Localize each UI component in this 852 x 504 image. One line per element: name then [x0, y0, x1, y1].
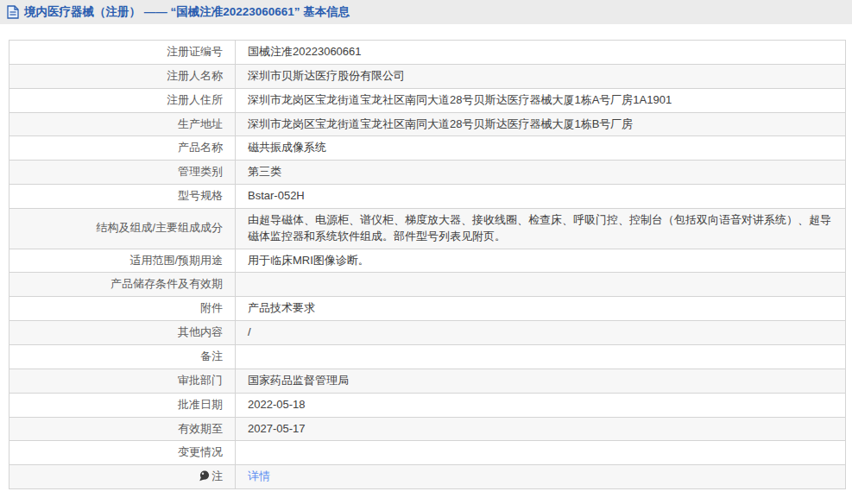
table-row-approval-date: 批准日期2022-05-18 — [9, 393, 846, 417]
table-row-attachment: 附件产品技术要求 — [9, 297, 846, 321]
row-label: 其他内容 — [9, 321, 236, 345]
row-label: 注册证编号 — [9, 41, 236, 65]
row-value: 2022-05-18 — [236, 393, 846, 417]
row-value — [236, 273, 846, 297]
table-row-registrant-name: 注册人名称深圳市贝斯达医疗股份有限公司 — [9, 64, 846, 88]
row-value — [236, 344, 846, 369]
note-balloon-icon — [199, 470, 210, 482]
table-row-management-class: 管理类别第三类 — [9, 161, 846, 185]
row-label: 适用范围/预期用途 — [9, 249, 236, 273]
details-link[interactable]: 详情 — [248, 469, 270, 482]
table-row-storage-conditions: 产品储存条件及有效期 — [9, 273, 846, 297]
row-label: 注册人名称 — [9, 64, 236, 88]
row-value: 2027-05-17 — [236, 417, 846, 441]
row-label: 结构及组成/主要组成成分 — [9, 208, 236, 249]
row-label: 备注 — [9, 344, 236, 369]
row-value: 深圳市龙岗区宝龙街道宝龙社区南同大道28号贝斯达医疗器械大厦1栋A号厂房1A19… — [236, 88, 846, 112]
page-title: 境内医疗器械（注册） —— “国械注准20223060661” 基本信息 — [24, 4, 350, 20]
row-value: 详情 — [236, 465, 846, 489]
table-row-registrant-address: 注册人住所深圳市龙岗区宝龙街道宝龙社区南同大道28号贝斯达医疗器械大厦1栋A号厂… — [9, 88, 846, 112]
row-value: 第三类 — [236, 161, 846, 185]
row-value — [236, 441, 846, 465]
row-label: 产品储存条件及有效期 — [9, 273, 236, 297]
table-row-remarks: 备注 — [9, 344, 846, 369]
row-label: 批准日期 — [9, 393, 236, 417]
table-row-structure-composition: 结构及组成/主要组成成分由超导磁体、电源柜、谱仪柜、梯度放大器、接收线圈、检查床… — [9, 208, 846, 249]
note-label: 注 — [211, 469, 223, 482]
table-row-note: 注 详情 — [9, 465, 846, 489]
document-icon — [7, 5, 19, 19]
title-bar: 境内医疗器械（注册） —— “国械注准20223060661” 基本信息 — [0, 0, 852, 24]
row-value: 由超导磁体、电源柜、谱仪柜、梯度放大器、接收线圈、检查床、呼吸门控、控制台（包括… — [236, 208, 846, 249]
table-row-reg-number: 注册证编号国械注准20223060661 — [9, 41, 846, 65]
row-label: 审批部门 — [9, 369, 236, 393]
row-label: 型号规格 — [9, 185, 236, 209]
row-label: 生产地址 — [9, 112, 236, 136]
row-value: 国家药品监督管理局 — [236, 369, 846, 393]
table-row-product-name: 产品名称磁共振成像系统 — [9, 136, 846, 161]
table-row-change-status: 变更情况 — [9, 441, 846, 465]
row-value: Bstar-052H — [236, 185, 846, 209]
row-label: 有效期至 — [9, 417, 236, 441]
table-row-valid-until: 有效期至2027-05-17 — [9, 417, 846, 441]
row-label: 注 — [9, 465, 236, 489]
row-value: / — [236, 321, 846, 345]
row-label: 产品名称 — [9, 136, 236, 161]
table-row-intended-use: 适用范围/预期用途用于临床MRI图像诊断。 — [9, 249, 846, 273]
registration-info-table: 注册证编号国械注准20223060661 注册人名称深圳市贝斯达医疗股份有限公司… — [9, 40, 852, 489]
table-row-model-spec: 型号规格Bstar-052H — [9, 185, 846, 209]
table-row-approval-department: 审批部门国家药品监督管理局 — [9, 369, 846, 393]
row-value: 深圳市贝斯达医疗股份有限公司 — [236, 64, 846, 88]
row-value: 国械注准20223060661 — [236, 41, 846, 65]
row-value: 深圳市龙岗区宝龙街道宝龙社区南同大道28号贝斯达医疗器械大厦1栋B号厂房 — [236, 112, 846, 136]
row-label: 管理类别 — [9, 161, 236, 185]
table-row-production-address: 生产地址深圳市龙岗区宝龙街道宝龙社区南同大道28号贝斯达医疗器械大厦1栋B号厂房 — [9, 112, 846, 136]
row-value: 磁共振成像系统 — [236, 136, 846, 161]
row-value: 产品技术要求 — [236, 297, 846, 321]
table-row-other-content: 其他内容/ — [9, 321, 846, 345]
row-label: 注册人住所 — [9, 88, 236, 112]
row-label: 附件 — [9, 297, 236, 321]
row-value: 用于临床MRI图像诊断。 — [236, 249, 846, 273]
row-label: 变更情况 — [9, 441, 236, 465]
